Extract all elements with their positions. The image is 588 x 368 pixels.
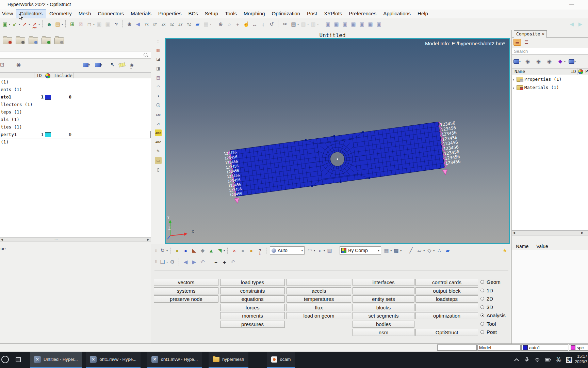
chevron-down-icon[interactable]: ▾ [307,23,309,26]
zoom-in-plus-icon[interactable]: + [220,258,228,266]
view-back-icon[interactable]: ◀ [134,20,142,28]
menu-applications[interactable]: Applications [380,10,414,18]
minimize-button[interactable]: — [567,1,576,6]
component-browser-icon[interactable] [42,37,51,44]
task-view-icon[interactable] [16,357,21,362]
entity-flag-icon[interactable]: ◣ [190,246,198,255]
plane-display-icon[interactable]: ▱▾ [415,246,425,255]
sphere-gold-icon[interactable]: ● [247,246,255,255]
scroll-right-icon[interactable]: ▶ [147,238,149,241]
tree-row--1-[interactable]: (1) [0,138,151,146]
reverse-show-icon[interactable]: ◉ [545,57,553,65]
task-hyperworks-untitled[interactable]: ✕Untitled - Hyper... [30,352,82,368]
layout-display-icon[interactable]: ▾ [569,59,576,64]
menu-post[interactable]: Post [304,10,321,18]
tree-row-ties-1-[interactable]: ties (1) [0,123,151,131]
user-profile-icon[interactable]: ☻ [45,20,53,28]
capture-selected-icon[interactable]: ▣ [358,20,366,28]
chevron-down-icon[interactable]: ▾ [9,23,10,26]
radio-geom[interactable]: Geom [480,279,501,285]
expand-tree-icon[interactable]: ⊡ [0,61,6,69]
panel-button-nsm[interactable]: nsm [353,329,414,336]
tray-chevron-up-icon[interactable] [514,357,519,362]
shaded-elements-icon[interactable]: ▩▾ [392,246,402,255]
composite-search-input[interactable]: Search [512,48,588,55]
radio-circle[interactable] [480,330,484,334]
close-window-icon[interactable]: ⊠ [77,20,85,28]
expander-icon[interactable]: ▸ [513,85,515,91]
window-help-icon[interactable]: ? [112,20,120,28]
capture-clipboard-icon[interactable]: ▣ [349,20,357,28]
radio-post[interactable]: Post [480,329,497,335]
window-layout-icon[interactable]: □▾ [85,20,95,28]
chevron-down-icon[interactable]: ▾ [166,261,168,264]
selector-cursor-icon[interactable]: ↖ [109,61,116,69]
chevron-down-icon[interactable]: ▾ [93,23,95,26]
capture-screen-icon[interactable]: ▣ [324,20,332,28]
mask-icon[interactable]: ◪ [155,56,162,63]
scroll-left-icon[interactable]: ◀ [513,231,515,234]
viewport-tab-title[interactable]: Untitled [302,32,363,39]
window-b-icon[interactable]: ▣ [104,20,112,28]
panel-display-icon[interactable]: ▾ [95,63,102,67]
radio-circle[interactable] [480,322,484,326]
entity-green-icon[interactable]: ▲ [207,246,215,255]
entity-blue-icon[interactable]: ● [182,246,190,255]
scroll-left-icon[interactable]: ◀ [1,238,3,241]
page-session-icon[interactable]: ▥ [155,47,162,53]
chevron-down-icon[interactable]: ▾ [88,63,90,66]
radio-2d[interactable]: 2D [480,296,493,302]
nav-prev-icon[interactable]: ◀ [568,20,576,28]
spherical-clip-icon[interactable]: ◠ [155,83,162,90]
radio-1d[interactable]: 1D [480,288,493,293]
axis-xz-icon[interactable]: xZ [168,20,176,28]
menu-materials[interactable]: Materials [127,10,155,18]
panel-button-accels[interactable]: accels [287,287,351,294]
hide-all-icon[interactable]: ◉ [535,57,542,65]
panel-button-pressures[interactable]: pressures [220,321,285,328]
menu-setup[interactable]: Setup [201,10,222,18]
import-icon[interactable]: ↙▾ [11,20,20,28]
chevron-down-icon[interactable]: ▾ [564,60,566,63]
radio-circle[interactable] [480,313,484,317]
panel-button-blocks[interactable]: blocks [353,304,414,311]
chevron-down-icon[interactable]: ▾ [299,249,303,252]
mesh-browser-icon[interactable] [29,37,38,44]
radio-circle[interactable] [480,305,484,309]
solid-cube-icon[interactable]: ▧ [326,246,333,255]
rotate-icon[interactable]: ↺ [268,20,276,28]
section-cut-icon[interactable]: ◑ [155,93,162,99]
tree-row-llectors-1-[interactable]: llectors (1) [0,101,151,108]
composite-edit-icon[interactable]: ☰ [523,39,530,45]
chevron-down-icon[interactable]: ▾ [375,249,380,252]
menu-view[interactable]: View [0,10,16,18]
wireframe-elements-icon[interactable]: ▦▾ [382,246,392,255]
refresh-graphics-icon[interactable]: ↻▾ [159,246,168,255]
chevron-down-icon[interactable]: ▾ [29,23,30,26]
chevron-down-icon[interactable]: ▾ [166,249,168,252]
organize-icon[interactable]: ▤▾ [54,20,63,28]
image-plane-icon[interactable]: ▦▾ [202,20,211,28]
radio-3d[interactable]: 3D [480,304,493,310]
toolbar-grip[interactable]: :::: [157,40,159,44]
show-all-icon[interactable]: ◉ [524,57,532,65]
panel-display-icon[interactable]: ▾ [513,59,521,64]
panel-button-load-types[interactable]: load types [220,279,285,286]
panel-button-equations[interactable]: equations [220,295,285,303]
panel-button-systems[interactable]: systems [154,287,218,294]
capture-window-icon[interactable]: ▣ [332,20,340,28]
tray-language-indicator[interactable]: 英 [556,356,561,364]
column-include[interactable]: Include [54,73,72,79]
menu-properties[interactable]: Properties [155,10,185,18]
chevron-down-icon[interactable]: ▾ [297,23,299,26]
favorites-star-icon[interactable]: ★ [501,246,509,255]
unmask-icon[interactable]: ◨ [155,65,162,72]
task-hyperview-oht1-a[interactable]: ✕oht1.mvw - Hype... [86,352,140,368]
start-circle-icon[interactable] [1,356,9,363]
surface-wire-icon[interactable]: ◠▾ [306,246,315,255]
zoom-in-icon[interactable]: ⊕ [217,20,225,28]
radio-circle[interactable] [480,289,484,292]
export-icon[interactable]: ↗▾ [21,20,30,28]
import-browser-icon[interactable] [3,37,12,44]
label-abc-alt-icon[interactable]: ABC [155,139,162,145]
